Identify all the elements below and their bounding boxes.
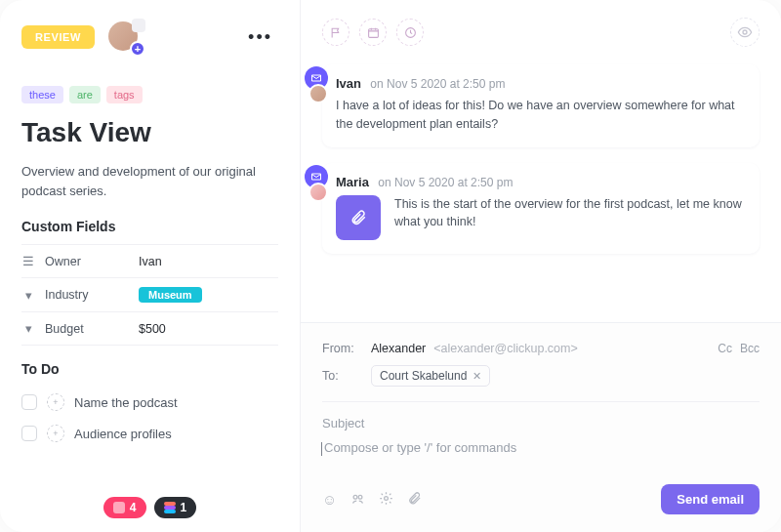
assignee-avatar[interactable]: + (108, 21, 140, 53)
from-row: From: Alexander <alexander@clickup.com> … (322, 337, 760, 360)
comment-body: This is the start of the overview for th… (394, 195, 746, 232)
to-row[interactable]: To: Court Skabelund ✕ (322, 360, 760, 391)
task-description[interactable]: Overview and development of our original… (21, 162, 278, 201)
comment-bubble-icon (132, 19, 145, 32)
attachment-icon[interactable] (336, 195, 381, 240)
todo-item[interactable]: + Name the podcast (21, 387, 278, 418)
calendar-icon[interactable] (359, 19, 387, 46)
todo-label: Audience profiles (74, 427, 172, 441)
body-input[interactable]: Compose or type '/' for commands (322, 440, 760, 455)
divider (322, 401, 760, 402)
from-name: Alexander (371, 342, 426, 355)
field-value: Ivan (139, 255, 162, 268)
assign-icon[interactable]: + (47, 425, 64, 442)
time-icon[interactable] (396, 19, 424, 46)
integration-icon (113, 502, 125, 513)
svg-rect-0 (368, 28, 378, 37)
checkbox[interactable] (21, 394, 37, 410)
dropdown-icon: ▾ (21, 288, 35, 303)
todo-list: + Name the podcast + Audience profiles (21, 387, 278, 449)
comment: Maria on Nov 5 2020 at 2:50 pm This is t… (322, 163, 760, 254)
owner-icon: ☰ (21, 254, 35, 268)
email-composer: From: Alexander <alexander@clickup.com> … (301, 322, 781, 532)
svg-point-2 (743, 30, 747, 34)
figma-chip[interactable]: 1 (154, 497, 197, 518)
todo-label: Name the podcast (74, 395, 178, 410)
subject-input[interactable]: Subject (322, 412, 760, 440)
field-value: $500 (139, 322, 166, 336)
comment-timestamp: on Nov 5 2020 at 2:50 pm (378, 176, 513, 189)
recipient-chip[interactable]: Court Skabelund ✕ (371, 365, 490, 387)
field-label: Owner (45, 255, 129, 268)
right-panel: Ivan on Nov 5 2020 at 2:50 pm I have a l… (301, 0, 781, 532)
add-assignee-icon[interactable]: + (130, 41, 145, 57)
figma-icon (164, 502, 176, 513)
comment-body: I have a lot of ideas for this! Do we ha… (336, 97, 746, 134)
comment-avatar (308, 183, 328, 202)
left-topbar: REVIEW + ••• (21, 21, 278, 53)
remove-recipient-icon[interactable]: ✕ (473, 370, 481, 383)
watch-icon[interactable] (730, 18, 760, 47)
field-industry[interactable]: ▾ Industry Museum (21, 278, 278, 312)
emoji-icon[interactable]: ☺ (322, 491, 337, 508)
to-label: To: (322, 369, 363, 383)
from-label: From: (322, 342, 363, 355)
settings-icon[interactable] (379, 491, 393, 509)
comment-timestamp: on Nov 5 2020 at 2:50 pm (370, 77, 505, 91)
recipient-name: Court Skabelund (380, 369, 467, 383)
field-budget[interactable]: ▾ Budget $500 (21, 312, 278, 346)
comments-section: Ivan on Nov 5 2020 at 2:50 pm I have a l… (301, 64, 781, 269)
attach-icon[interactable] (407, 491, 422, 509)
composer-toolbar: ☺ Send email (322, 484, 760, 514)
field-label: Industry (45, 288, 129, 302)
field-label: Budget (45, 322, 129, 336)
more-menu-icon[interactable]: ••• (242, 27, 278, 48)
svg-point-3 (353, 495, 357, 499)
assign-icon[interactable]: + (47, 393, 64, 411)
integration-chip[interactable]: 4 (103, 497, 146, 518)
custom-fields-list: ☰ Owner Ivan ▾ Industry Museum ▾ Budget … (21, 244, 278, 346)
custom-fields-heading: Custom Fields (21, 219, 278, 234)
comment-author: Ivan (336, 76, 361, 91)
tag[interactable]: these (21, 86, 63, 103)
todo-heading: To Do (21, 361, 278, 377)
flag-icon[interactable] (322, 19, 349, 46)
status-pill[interactable]: REVIEW (21, 25, 95, 49)
chip-count: 1 (181, 501, 187, 514)
app-window: REVIEW + ••• these are tags Task View Ov… (0, 0, 781, 532)
field-value-chip: Museum (139, 287, 202, 303)
comment-avatar (308, 84, 328, 103)
tag[interactable]: tags (106, 86, 143, 103)
checkbox[interactable] (21, 426, 37, 441)
dropdown-icon: ▾ (21, 321, 35, 336)
right-topbar (301, 0, 781, 64)
comment-header: Maria on Nov 5 2020 at 2:50 pm (336, 175, 746, 189)
comment-author: Maria (336, 175, 369, 189)
cc-button[interactable]: Cc (718, 342, 732, 355)
field-owner[interactable]: ☰ Owner Ivan (21, 245, 278, 278)
comment-header: Ivan on Nov 5 2020 at 2:50 pm (336, 76, 746, 91)
svg-point-4 (358, 495, 362, 499)
left-panel: REVIEW + ••• these are tags Task View Ov… (0, 0, 301, 532)
left-footer: 4 1 (21, 483, 278, 532)
send-email-button[interactable]: Send email (661, 484, 760, 514)
tags-row: these are tags (21, 86, 278, 103)
bcc-button[interactable]: Bcc (740, 342, 760, 355)
from-email: <alexander@clickup.com> (433, 342, 578, 355)
task-title[interactable]: Task View (21, 117, 278, 148)
todo-item[interactable]: + Audience profiles (21, 418, 278, 449)
svg-point-5 (385, 496, 389, 500)
chip-count: 4 (130, 501, 137, 514)
comment: Ivan on Nov 5 2020 at 2:50 pm I have a l… (322, 64, 760, 147)
tag[interactable]: are (69, 86, 101, 103)
mention-icon[interactable] (350, 491, 365, 509)
